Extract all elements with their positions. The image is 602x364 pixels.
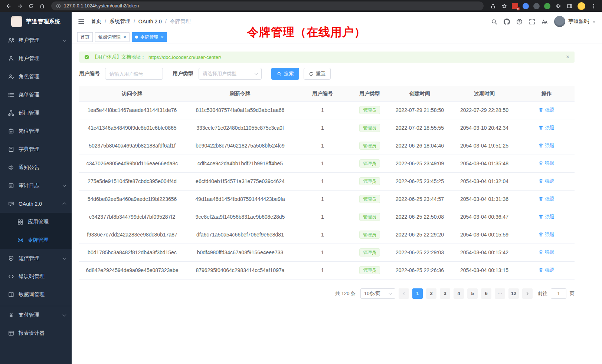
- goto-page-input[interactable]: [551, 288, 566, 299]
- extension-icon[interactable]: [544, 3, 550, 9]
- menu-list-icon: [8, 92, 14, 98]
- force-logout-button[interactable]: 强退: [539, 178, 554, 185]
- bookmark-star-icon[interactable]: [499, 1, 509, 10]
- user-type-badge: 管理员: [359, 106, 380, 114]
- search-icon[interactable]: [491, 19, 497, 25]
- trash-icon: [539, 179, 543, 183]
- force-logout-button[interactable]: 强退: [539, 107, 554, 113]
- breadcrumb-item[interactable]: 系统管理: [109, 18, 130, 25]
- extension-icon[interactable]: 0: [512, 3, 518, 9]
- extension-icon[interactable]: [533, 3, 540, 9]
- breadcrumb-item[interactable]: 首页: [91, 18, 101, 25]
- extension-icon[interactable]: [523, 3, 529, 9]
- user-id-input[interactable]: [105, 68, 163, 80]
- help-icon[interactable]: [516, 19, 523, 25]
- back-icon[interactable]: [4, 1, 13, 10]
- tab-item[interactable]: 首页: [77, 32, 93, 42]
- force-logout-button[interactable]: 强退: [539, 196, 554, 202]
- next-page-button[interactable]: [522, 288, 533, 299]
- browser-profile-avatar[interactable]: [578, 2, 585, 10]
- user-type-cell: 管理员: [350, 190, 389, 208]
- user-type-badge: 管理员: [359, 231, 380, 239]
- sidebar-item[interactable]: 错误码管理: [0, 267, 72, 285]
- page-number-button[interactable]: 2: [426, 288, 436, 299]
- force-logout-button[interactable]: 强退: [539, 125, 554, 131]
- sidebar-item[interactable]: 应用管理: [0, 213, 72, 231]
- doc-link[interactable]: https://doc.iocoder.cn/user-center/: [148, 54, 221, 60]
- success-check-icon: [84, 54, 89, 60]
- created-cell: 2022-06-25 23:49:09: [389, 155, 450, 172]
- sidebar-item[interactable]: 字典管理: [0, 140, 72, 158]
- breadcrumb-item[interactable]: OAuth 2.0: [138, 19, 162, 24]
- browser-menu-icon[interactable]: [589, 1, 598, 10]
- force-logout-button[interactable]: 强退: [539, 160, 554, 167]
- refresh-token-cell: be90422b8c7946218275a508bf524fc9: [185, 137, 295, 155]
- page-number-button[interactable]: 6: [481, 288, 491, 299]
- page-number-button[interactable]: 5: [467, 288, 478, 299]
- sidebar-item[interactable]: 通知公告: [0, 158, 72, 176]
- chevron-down-icon: [63, 256, 66, 259]
- font-size-icon[interactable]: [542, 19, 548, 25]
- force-logout-button[interactable]: 强退: [539, 214, 554, 220]
- sidebar-item[interactable]: 岗位管理: [0, 122, 72, 140]
- breadcrumb-separator: /: [134, 19, 135, 24]
- user-type-select[interactable]: 请选择用户类型: [199, 68, 262, 80]
- table-row: b0d1785bc3a8482f812db4a3f3bd15ecb0df4980…: [79, 244, 575, 261]
- force-logout-button[interactable]: 强退: [539, 142, 554, 149]
- reset-button[interactable]: 重置: [304, 68, 331, 80]
- force-logout-button[interactable]: 强退: [539, 231, 554, 238]
- page-number-button[interactable]: 4: [454, 288, 464, 299]
- tab-item[interactable]: 令牌管理×: [132, 32, 167, 42]
- github-icon[interactable]: [504, 19, 510, 25]
- home-icon[interactable]: [37, 1, 47, 10]
- sidebar-item[interactable]: OAuth 2.0: [0, 195, 72, 213]
- user-icon: [8, 55, 14, 62]
- expires-cell: 2054-03-04 01:31:36: [450, 190, 518, 208]
- sidebar-item[interactable]: 菜单管理: [0, 86, 72, 104]
- tab-item[interactable]: 敏感词管理×: [95, 32, 130, 42]
- tab-close-icon[interactable]: ×: [161, 34, 164, 40]
- sidebar-item[interactable]: 租户管理: [0, 31, 72, 49]
- sidebar-item[interactable]: 支付管理: [0, 306, 72, 324]
- side-panel-icon[interactable]: [565, 1, 574, 10]
- menu-item-label: OAuth 2.0: [19, 201, 42, 207]
- sidebar-item[interactable]: 短信管理: [0, 249, 72, 267]
- user-menu[interactable]: 芋道源码: [554, 16, 596, 27]
- table-row: 275e5de9151045fe87cbdc395e004f4de6cfd40e…: [79, 172, 575, 190]
- force-logout-button[interactable]: 强退: [539, 249, 554, 256]
- extensions-puzzle-icon[interactable]: [553, 1, 563, 10]
- url-bar[interactable]: 127.0.0.1:1024/system/oauth2/token: [51, 1, 484, 10]
- sidebar-item[interactable]: 用户管理: [0, 49, 72, 67]
- sidebar-item[interactable]: 报表设计器: [0, 324, 72, 342]
- user-type-badge: 管理员: [359, 177, 380, 185]
- reload-icon[interactable]: [26, 1, 36, 10]
- sidebar-item[interactable]: 审计日志: [0, 176, 72, 195]
- sidebar-item[interactable]: 部门管理: [0, 104, 72, 122]
- sidebar-item[interactable]: 角色管理: [0, 67, 72, 86]
- fullscreen-icon[interactable]: [529, 19, 535, 25]
- page-number-button[interactable]: 3: [440, 288, 450, 299]
- share-icon[interactable]: [488, 1, 498, 10]
- sidebar-menu: 租户管理用户管理角色管理菜单管理部门管理岗位管理字典管理通知公告审计日志OAut…: [0, 31, 72, 364]
- alert-text: 【用户体系】文档地址：: [92, 54, 145, 60]
- page-number-button[interactable]: 1: [412, 288, 423, 299]
- table-row: c342377bf8b344799dcbf7bf095287f29ce8ef2a…: [79, 208, 575, 226]
- force-logout-button[interactable]: 强退: [539, 267, 554, 274]
- menu-item-label: 字典管理: [19, 146, 39, 153]
- sidebar-item[interactable]: 敏感词管理: [0, 285, 72, 304]
- sidebar-item[interactable]: 令牌管理: [0, 231, 72, 249]
- user-type-badge: 管理员: [359, 195, 380, 203]
- prev-page-button[interactable]: [399, 288, 409, 299]
- page-number-button[interactable]: 12: [508, 288, 519, 299]
- search-button[interactable]: 搜索: [271, 68, 299, 80]
- tab-close-icon[interactable]: ×: [123, 34, 126, 40]
- page-size-select[interactable]: 10条/页: [360, 288, 395, 299]
- chevron-down-icon: [63, 313, 66, 317]
- alert-close-icon[interactable]: ×: [566, 54, 569, 60]
- page-ellipsis[interactable]: ···: [495, 288, 505, 299]
- forward-icon[interactable]: [15, 1, 24, 10]
- trash-icon: [539, 214, 543, 219]
- hamburger-icon[interactable]: [78, 18, 85, 25]
- access-token-cell: 41c41346a548490f9dc8b01c6bfe0865: [79, 119, 185, 137]
- site-info-icon[interactable]: [56, 1, 61, 10]
